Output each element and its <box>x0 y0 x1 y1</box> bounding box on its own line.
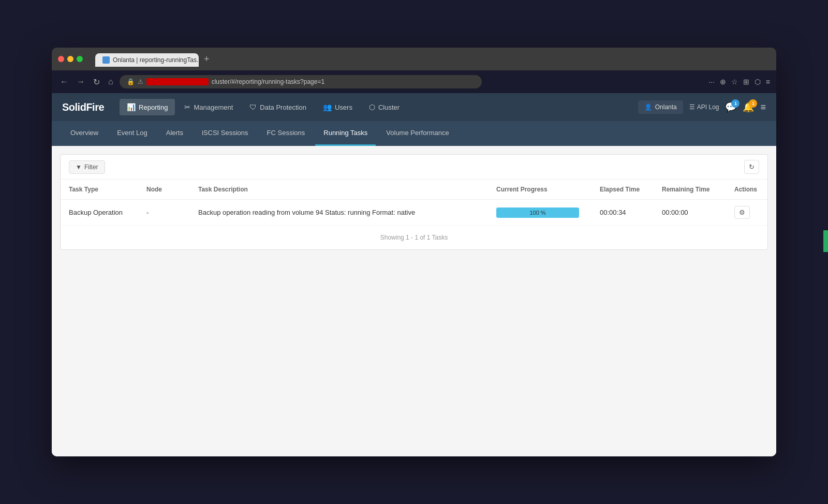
subnav-item-alerts[interactable]: Alerts <box>158 121 191 146</box>
notifications-button[interactable]: 🔔 1 <box>743 101 754 113</box>
minimize-button[interactable] <box>67 56 73 62</box>
refresh-button[interactable]: ↻ <box>744 160 759 174</box>
user-label: Onlanta <box>655 103 677 111</box>
nav-item-cluster[interactable]: ⬡ Cluster <box>362 99 407 115</box>
hamburger-menu-button[interactable]: ≡ <box>760 102 766 113</box>
subnav-label-overview: Overview <box>70 129 98 137</box>
nav-right: 👤 Onlanta ☰ API Log 💬 1 🔔 1 ≡ <box>638 100 766 114</box>
row-actions-button[interactable]: ⚙ <box>734 206 750 219</box>
user-badge[interactable]: 👤 Onlanta <box>638 100 683 114</box>
browser-titlebar: Onlanta | reporting-runningTas... ✕ + <box>52 48 776 70</box>
browser-tabs: Onlanta | reporting-runningTas... ✕ + <box>95 52 766 67</box>
subnav-label-iscsi: iSCSI Sessions <box>202 129 248 137</box>
address-bar[interactable]: 🔒 ⚠ cluster/#/reporting/running-tasks?pa… <box>120 75 482 88</box>
filter-icon: ▼ <box>76 164 82 171</box>
sync-icon[interactable]: ⬡ <box>755 78 761 86</box>
alerts-badge: 1 <box>749 99 757 108</box>
back-button[interactable]: ← <box>58 75 70 88</box>
data-protection-icon: 🛡 <box>249 103 257 111</box>
subnav-item-iscsi[interactable]: iSCSI Sessions <box>194 121 257 146</box>
maximize-button[interactable] <box>77 56 83 62</box>
traffic-lights <box>58 56 83 62</box>
close-button[interactable] <box>58 56 64 62</box>
content-panel: ▼ Filter ↻ Task Type Node Task Descripti… <box>60 154 768 250</box>
subnav-item-event-log[interactable]: Event Log <box>109 121 156 146</box>
browser-window: Onlanta | reporting-runningTas... ✕ + ← … <box>52 48 776 456</box>
subnav-item-overview[interactable]: Overview <box>62 121 107 146</box>
filter-button[interactable]: ▼ Filter <box>69 160 105 174</box>
col-header-progress: Current Progress <box>488 180 592 200</box>
cell-task-type: Backup Operation <box>61 200 138 226</box>
subnav-item-fc[interactable]: FC Sessions <box>259 121 314 146</box>
filter-label: Filter <box>84 164 98 171</box>
tab-favicon <box>102 56 110 64</box>
gear-icon: ⚙ <box>739 209 745 216</box>
col-header-task-type: Task Type <box>61 180 138 200</box>
subnav-label-alerts: Alerts <box>166 129 183 137</box>
table-row: Backup Operation - Backup operation read… <box>61 200 767 226</box>
col-header-elapsed: Elapsed Time <box>592 180 654 200</box>
messages-button[interactable]: 💬 1 <box>725 101 736 113</box>
nav-label-data-protection: Data Protection <box>260 103 306 111</box>
col-header-desc: Task Description <box>190 180 488 200</box>
app-content: SolidFire 📊 Reporting ✂ Management 🛡 Dat… <box>52 93 776 456</box>
feedback-button[interactable]: Feedback <box>824 230 828 252</box>
sub-nav: Overview Event Log Alerts iSCSI Sessions… <box>52 121 776 146</box>
hamburger-icon[interactable]: ≡ <box>766 78 770 86</box>
nav-label-management: Management <box>194 103 233 111</box>
library-icon[interactable]: ⊞ <box>743 78 749 86</box>
col-header-node: Node <box>138 180 190 200</box>
cell-node: - <box>138 200 190 226</box>
subnav-item-volume-performance[interactable]: Volume Performance <box>378 121 457 146</box>
cell-elapsed-time: 00:00:34 <box>592 200 654 226</box>
progress-bar-container: 100 % <box>496 207 579 218</box>
pocket-icon[interactable]: ⊕ <box>720 78 726 86</box>
nav-item-management[interactable]: ✂ Management <box>177 99 240 115</box>
warning-icon: ⚠ <box>138 78 143 85</box>
subnav-label-running-tasks: Running Tasks <box>323 129 367 137</box>
new-tab-button[interactable]: + <box>200 52 214 67</box>
running-tasks-table: Task Type Node Task Description Current … <box>61 180 767 226</box>
hamburger-icon: ≡ <box>760 102 766 112</box>
subnav-label-volume-performance: Volume Performance <box>386 129 449 137</box>
reload-button[interactable]: ↻ <box>91 75 102 89</box>
browser-menu-icons: ··· ⊕ ☆ ⊞ ⬡ ≡ <box>708 78 770 86</box>
brand-logo: SolidFire <box>62 101 104 113</box>
table-header-row: Task Type Node Task Description Current … <box>61 180 767 200</box>
forward-button[interactable]: → <box>75 75 87 88</box>
api-log-icon: ☰ <box>689 103 695 111</box>
nav-items: 📊 Reporting ✂ Management 🛡 Data Protecti… <box>120 99 638 115</box>
redacted-url <box>146 78 209 85</box>
nav-label-cluster: Cluster <box>378 103 400 111</box>
management-icon: ✂ <box>184 103 190 111</box>
nav-item-reporting[interactable]: 📊 Reporting <box>120 99 175 115</box>
nav-label-users: Users <box>335 103 352 111</box>
cell-task-description: Backup operation reading from volume 94 … <box>190 200 488 226</box>
tab-title: Onlanta | reporting-runningTas... <box>113 56 199 64</box>
security-icon: 🔒 <box>127 78 135 85</box>
url-suffix: cluster/#/reporting/running-tasks?page=1 <box>212 78 324 85</box>
showing-text: Showing 1 - 1 of 1 Tasks <box>61 226 767 249</box>
user-icon: 👤 <box>644 103 652 111</box>
main-content: ▼ Filter ↻ Task Type Node Task Descripti… <box>52 146 776 456</box>
nav-item-users[interactable]: 👥 Users <box>316 99 360 115</box>
subnav-label-event-log: Event Log <box>117 129 147 137</box>
overflow-menu-icon[interactable]: ··· <box>708 78 715 86</box>
progress-label: 100 % <box>529 210 545 216</box>
api-log-button[interactable]: ☰ API Log <box>689 103 719 111</box>
bookmark-icon[interactable]: ☆ <box>731 78 738 86</box>
home-button[interactable]: ⌂ <box>106 75 115 88</box>
cell-actions: ⚙ <box>726 200 767 226</box>
col-header-remaining: Remaining Time <box>654 180 726 200</box>
cluster-icon: ⬡ <box>369 103 375 111</box>
active-tab[interactable]: Onlanta | reporting-runningTas... ✕ <box>95 53 199 67</box>
api-log-label: API Log <box>697 103 719 111</box>
subnav-item-running-tasks[interactable]: Running Tasks <box>315 121 376 146</box>
cell-remaining-time: 00:00:00 <box>654 200 726 226</box>
users-icon: 👥 <box>323 103 332 111</box>
cell-progress: 100 % <box>488 200 592 226</box>
col-header-actions: Actions <box>726 180 767 200</box>
nav-item-data-protection[interactable]: 🛡 Data Protection <box>242 99 314 115</box>
top-nav: SolidFire 📊 Reporting ✂ Management 🛡 Dat… <box>52 93 776 121</box>
messages-badge: 1 <box>731 99 740 108</box>
